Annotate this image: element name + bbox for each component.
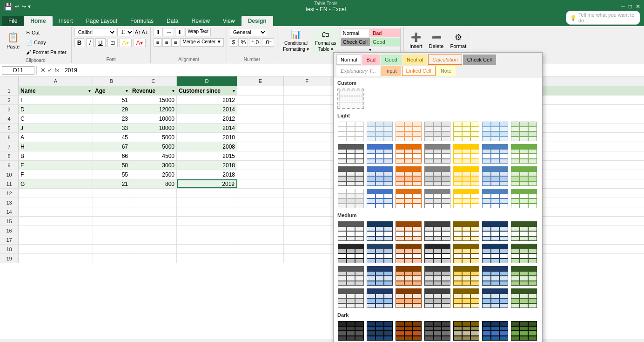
- cell-c8[interactable]: 4500: [130, 151, 177, 160]
- row-num-4[interactable]: 4: [0, 114, 19, 123]
- cell-a10[interactable]: F: [19, 170, 93, 179]
- cell-d1[interactable]: Customer since▾: [177, 86, 237, 95]
- paste-button[interactable]: 📋 Paste: [3, 28, 23, 53]
- table-style-thumb[interactable]: [482, 221, 509, 241]
- col-header-d[interactable]: D: [177, 76, 237, 86]
- cell-e10[interactable]: [237, 170, 284, 179]
- cell-c19[interactable]: [130, 254, 177, 263]
- cell-e3[interactable]: [237, 105, 284, 114]
- cell-f8[interactable]: [284, 151, 330, 160]
- cell-b18[interactable]: [93, 245, 130, 253]
- cell-d3[interactable]: 2014: [177, 105, 237, 114]
- table-style-thumb[interactable]: [395, 188, 422, 209]
- cell-d5[interactable]: 2014: [177, 123, 237, 132]
- cell-b16[interactable]: [93, 226, 130, 235]
- cell-b14[interactable]: [93, 207, 130, 216]
- cell-c9[interactable]: 3000: [130, 161, 177, 170]
- cell-f18[interactable]: [284, 245, 330, 253]
- number-format-select[interactable]: General: [230, 28, 267, 36]
- cell-a16[interactable]: [19, 226, 93, 235]
- table-style-thumb[interactable]: [366, 321, 393, 339]
- cell-c16[interactable]: [130, 226, 177, 235]
- cell-c4[interactable]: 10000: [130, 114, 177, 123]
- font-name-select[interactable]: Calibri: [74, 28, 116, 36]
- col-header-b[interactable]: B: [93, 76, 130, 86]
- table-style-thumb[interactable]: [366, 266, 393, 286]
- table-style-thumb[interactable]: [453, 288, 480, 308]
- cell-a18[interactable]: [19, 245, 93, 253]
- conditional-formatting-button[interactable]: 📊 Conditional Formatting ▾: [280, 28, 312, 53]
- row-num-19[interactable]: 19: [0, 254, 19, 263]
- cell-a9[interactable]: E: [19, 161, 93, 170]
- calculation-cell-style[interactable]: Calculation: [428, 55, 462, 65]
- table-style-thumb[interactable]: [510, 221, 537, 241]
- cell-c18[interactable]: [130, 245, 177, 253]
- linked-cell-style[interactable]: Linked Cell: [402, 66, 436, 76]
- cell-d7[interactable]: 2008: [177, 142, 237, 151]
- note-cell-style[interactable]: Note: [436, 66, 456, 76]
- table-style-thumb[interactable]: [366, 166, 393, 186]
- table-style-thumb[interactable]: [482, 321, 509, 339]
- cell-d4[interactable]: 2012: [177, 114, 237, 123]
- merge-center-button[interactable]: Merge & Center ▼: [180, 38, 223, 47]
- font-color-button[interactable]: A▾: [134, 39, 146, 47]
- col-header-f[interactable]: F: [284, 76, 330, 86]
- check-cell-style-btn[interactable]: Check Cell: [463, 55, 496, 65]
- tab-design[interactable]: Design: [242, 16, 273, 26]
- row-num-18[interactable]: 18: [0, 245, 19, 253]
- tab-review[interactable]: Review: [185, 16, 216, 26]
- table-style-thumb[interactable]: [337, 288, 364, 308]
- cell-a15[interactable]: [19, 217, 93, 226]
- table-style-thumb[interactable]: [482, 266, 509, 286]
- cell-b8[interactable]: 66: [93, 151, 130, 160]
- cell-e12[interactable]: [237, 189, 284, 198]
- format-as-table-button[interactable]: 🗂 Format as Table ▾: [312, 28, 340, 53]
- table-style-thumb[interactable]: [510, 188, 537, 209]
- col-header-a[interactable]: A: [19, 76, 93, 86]
- cell-b13[interactable]: [93, 198, 130, 207]
- copy-button[interactable]: 📄 Copy: [24, 38, 68, 47]
- align-center-button[interactable]: ≡: [162, 38, 170, 47]
- comma-button[interactable]: %: [238, 38, 248, 47]
- increase-decimal-button[interactable]: ⁺.0: [249, 38, 261, 47]
- table-style-thumb[interactable]: [395, 321, 422, 339]
- cell-f10[interactable]: [284, 170, 330, 179]
- row-num-6[interactable]: 6: [0, 133, 19, 142]
- cell-e14[interactable]: [237, 207, 284, 216]
- cell-a13[interactable]: [19, 198, 93, 207]
- table-style-thumb[interactable]: [510, 288, 537, 308]
- cell-e9[interactable]: [237, 161, 284, 170]
- table-style-thumb[interactable]: [395, 221, 422, 241]
- align-right-button[interactable]: ≡: [171, 38, 179, 47]
- tab-page-layout[interactable]: Page Layout: [80, 16, 124, 26]
- format-painter-button[interactable]: 🖌 Format Painter: [24, 48, 68, 57]
- increase-font-button[interactable]: A↑: [135, 29, 141, 35]
- cell-c3[interactable]: 12000: [130, 105, 177, 114]
- table-style-thumb[interactable]: [337, 321, 364, 339]
- cell-b6[interactable]: 45: [93, 133, 130, 142]
- cell-a6[interactable]: A: [19, 133, 93, 142]
- align-bottom-button[interactable]: ⬇: [175, 28, 184, 36]
- maximize-button[interactable]: □: [629, 3, 632, 10]
- cell-a7[interactable]: H: [19, 142, 93, 151]
- cell-d9[interactable]: 2018: [177, 161, 237, 170]
- cell-f1[interactable]: [284, 86, 330, 95]
- cell-c7[interactable]: 5000: [130, 142, 177, 151]
- table-style-thumb[interactable]: [337, 144, 364, 164]
- decrease-font-button[interactable]: A↓: [142, 29, 148, 35]
- cell-e11[interactable]: [237, 179, 284, 188]
- table-style-thumb[interactable]: [366, 221, 393, 241]
- window-controls[interactable]: ─ □ ✕: [621, 3, 640, 10]
- table-style-thumb[interactable]: [482, 288, 509, 308]
- cell-e5[interactable]: [237, 123, 284, 132]
- table-style-thumb[interactable]: [337, 221, 364, 241]
- table-style-thumb[interactable]: [366, 288, 393, 308]
- cell-c1[interactable]: Revenue▾: [130, 86, 177, 95]
- cut-button[interactable]: ✂ Cut: [24, 28, 68, 37]
- table-style-thumb[interactable]: [453, 144, 480, 164]
- row-num-5[interactable]: 5: [0, 123, 19, 132]
- table-style-thumb[interactable]: [482, 121, 509, 142]
- cell-b5[interactable]: 33: [93, 123, 130, 132]
- cell-b12[interactable]: [93, 189, 130, 198]
- row-num-17[interactable]: 17: [0, 235, 19, 244]
